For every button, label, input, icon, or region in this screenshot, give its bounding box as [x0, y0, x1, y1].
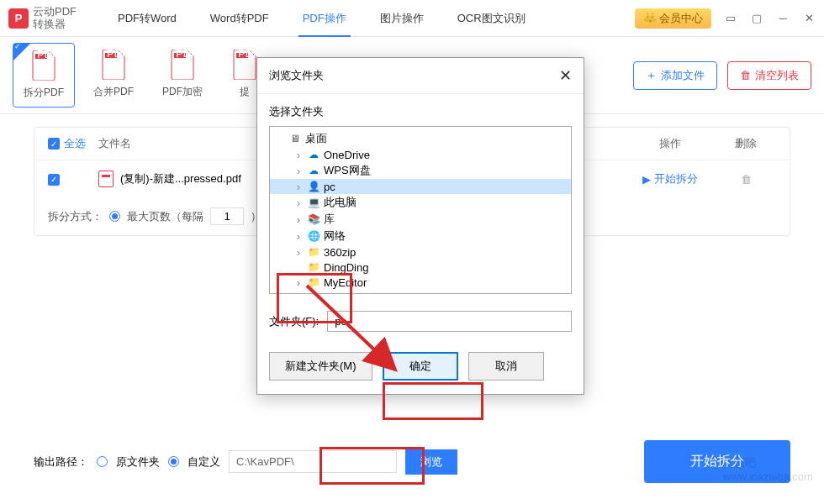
tree-item[interactable]: ›📚库	[270, 211, 571, 228]
cancel-button[interactable]: 取消	[468, 352, 544, 381]
tree-item[interactable]: ›☁OneDrive	[270, 147, 571, 162]
col-delete: 删除	[721, 136, 771, 151]
tool-button[interactable]: PDFPDF加密	[152, 43, 213, 108]
pdf-icon: PDF	[231, 50, 258, 80]
tree-item[interactable]: ›☁WPS网盘	[270, 162, 571, 179]
pdf-icon	[98, 171, 114, 187]
bottom-bar: 输出路径： 原文件夹 自定义 浏览 开始拆分	[34, 440, 790, 483]
minimize-icon[interactable]: ─	[776, 12, 790, 25]
pdf-icon: PDF	[169, 50, 196, 80]
dialog-subtitle: 选择文件夹	[269, 104, 572, 119]
tool-button[interactable]: PDF合并PDF	[83, 43, 144, 108]
svg-text:PDF: PDF	[37, 50, 56, 60]
expand-icon[interactable]: ›	[293, 181, 304, 193]
pdf-icon: PDF	[30, 50, 57, 81]
expand-icon[interactable]: ›	[293, 165, 304, 177]
nav-tab[interactable]: Word转PDF	[206, 1, 273, 36]
tree-item[interactable]: 🖥桌面	[270, 130, 571, 147]
start-split-row-button[interactable]: ▶开始拆分	[620, 171, 721, 186]
folder-icon: 📁	[307, 260, 320, 274]
display-icon[interactable]: ▭	[724, 12, 737, 25]
app-logo: P 云动PDF转换器	[8, 6, 92, 30]
chat-icon[interactable]: ▢	[750, 12, 763, 25]
folder-tree[interactable]: 🖥桌面›☁OneDrive›☁WPS网盘›👤pc›💻此电脑›📚库›🌐网络›📁36…	[269, 126, 572, 294]
folder-icon: 👤	[307, 180, 320, 193]
tree-item[interactable]: 📁DingDing	[270, 260, 571, 275]
start-split-button[interactable]: 开始拆分	[644, 440, 790, 483]
svg-text:PDF: PDF	[176, 50, 195, 60]
new-folder-button[interactable]: 新建文件夹(M)	[269, 352, 372, 381]
tree-item[interactable]: ›📁MyEditor	[270, 275, 571, 290]
nav-tab[interactable]: 图片操作	[376, 1, 428, 36]
browse-folder-dialog: 浏览文件夹 ✕ 选择文件夹 🖥桌面›☁OneDrive›☁WPS网盘›👤pc›💻…	[256, 57, 584, 395]
titlebar: P 云动PDF转换器 PDF转WordWord转PDFPDF操作图片操作OCR图…	[0, 0, 824, 37]
folder-icon: 📁	[307, 245, 320, 259]
clear-list-button[interactable]: 🗑清空列表	[727, 61, 811, 90]
dialog-close-icon[interactable]: ✕	[559, 66, 572, 85]
close-icon[interactable]: ✕	[802, 12, 816, 25]
vip-badge[interactable]: 👑会员中心	[635, 8, 711, 29]
expand-icon[interactable]: ›	[293, 149, 304, 161]
tree-item[interactable]: ›🌐网络	[270, 228, 571, 244]
folder-icon: ☁	[307, 164, 320, 177]
folder-label: 文件夹(F):	[269, 314, 319, 329]
svg-text:PDF: PDF	[107, 50, 126, 60]
delete-row-button[interactable]: 🗑	[721, 173, 771, 186]
trash-icon: 🗑	[740, 69, 751, 81]
main-nav: PDF转WordWord转PDFPDF操作图片操作OCR图文识别	[114, 1, 635, 36]
output-custom-radio[interactable]	[168, 456, 179, 467]
output-path-input[interactable]	[229, 450, 397, 473]
folder-icon: 🌐	[307, 229, 320, 243]
folder-icon: 📚	[307, 213, 320, 226]
play-icon: ▶	[642, 173, 651, 186]
expand-icon[interactable]: ›	[293, 276, 304, 289]
folder-name-input[interactable]	[327, 311, 572, 332]
tree-item[interactable]: ›📁360zip	[270, 244, 571, 260]
add-file-button[interactable]: ＋添加文件	[633, 61, 717, 90]
row-checkbox[interactable]: ✓	[48, 174, 60, 186]
tree-item[interactable]: ›👤pc	[270, 179, 571, 194]
select-all-checkbox[interactable]: ✓	[48, 138, 60, 150]
folder-icon: 📁	[307, 276, 320, 289]
nav-tab[interactable]: PDF转Word	[114, 1, 181, 36]
folder-icon: 🖥	[288, 132, 302, 145]
expand-icon[interactable]: ›	[293, 246, 304, 259]
pdf-icon: PDF	[100, 50, 127, 80]
expand-icon[interactable]: ›	[293, 213, 304, 226]
col-action: 操作	[620, 136, 721, 151]
nav-tab[interactable]: OCR图文识别	[453, 1, 530, 36]
output-src-radio[interactable]	[97, 456, 108, 467]
expand-icon[interactable]: ›	[293, 197, 304, 209]
expand-icon[interactable]: ›	[293, 230, 304, 243]
logo-icon: P	[8, 8, 29, 29]
ok-button[interactable]: 确定	[383, 352, 458, 381]
svg-text:PDF: PDF	[238, 50, 257, 60]
browse-button[interactable]: 浏览	[405, 449, 457, 475]
nav-tab[interactable]: PDF操作	[298, 1, 351, 36]
plus-icon: ＋	[646, 68, 657, 83]
folder-icon: ☁	[307, 148, 320, 161]
page-count-input[interactable]	[210, 207, 244, 225]
tree-item[interactable]: ›💻此电脑	[270, 194, 571, 211]
split-mode-radio[interactable]	[109, 211, 120, 222]
dialog-title: 浏览文件夹	[269, 68, 324, 83]
tool-button[interactable]: PDF拆分PDF	[13, 43, 75, 108]
folder-icon: 💻	[307, 196, 320, 209]
